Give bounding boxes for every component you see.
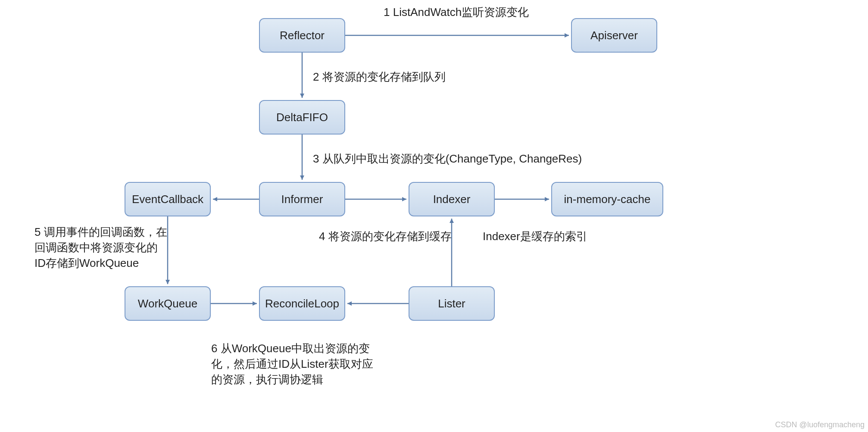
node-workqueue: WorkQueue [125, 286, 211, 321]
node-eventcallback: EventCallback [125, 182, 211, 216]
node-reflector: Reflector [259, 18, 345, 53]
label-4: 4 将资源的变化存储到缓存 [319, 229, 452, 244]
label-5-line1: 5 调用事件的回调函数，在 [34, 224, 167, 240]
label-5-line2: 回调函数中将资源变化的 [34, 240, 158, 255]
watermark: CSDN @luofengmacheng [775, 420, 865, 429]
node-indexer: Indexer [409, 182, 495, 216]
node-apiserver: Apiserver [571, 18, 657, 53]
label-indexer: Indexer是缓存的索引 [483, 229, 587, 244]
label-3: 3 从队列中取出资源的变化(ChangeType, ChangeRes) [313, 151, 582, 166]
label-5-line3: ID存储到WorkQueue [34, 255, 139, 271]
node-reconcileloop: ReconcileLoop [259, 286, 345, 321]
node-inmemorycache: in-memory-cache [551, 182, 663, 216]
label-2: 2 将资源的变化存储到队列 [313, 69, 446, 85]
label-6-line3: 的资源，执行调协逻辑 [211, 372, 323, 387]
node-lister: Lister [409, 286, 495, 321]
label-6-line2: 化，然后通过ID从Lister获取对应 [211, 356, 373, 372]
node-deltafifo: DeltaFIFO [259, 100, 345, 135]
label-1: 1 ListAndWatch监听资源变化 [384, 4, 529, 20]
node-informer: Informer [259, 182, 345, 216]
label-6-line1: 6 从WorkQueue中取出资源的变 [211, 341, 370, 356]
